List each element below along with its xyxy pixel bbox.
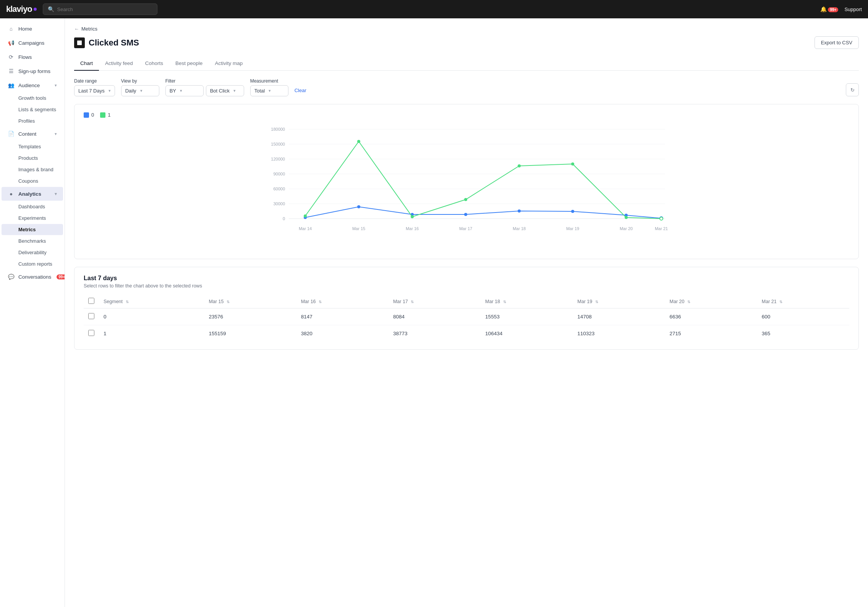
- clear-filters-link[interactable]: Clear: [295, 88, 306, 96]
- th-mar15[interactable]: Mar 15 ⇅: [204, 295, 296, 308]
- sidebar-item-deliverability[interactable]: Deliverability: [2, 247, 63, 258]
- sidebar-item-products[interactable]: Products: [2, 153, 63, 164]
- sidebar-item-home[interactable]: ⌂ Home: [2, 22, 63, 36]
- sidebar-item-conversations[interactable]: 💬 Conversations 99+: [2, 270, 63, 284]
- sidebar-item-signup-forms[interactable]: ☰ Sign-up forms: [2, 64, 63, 78]
- row1-mar20: 2715: [665, 325, 757, 342]
- row0-segment: 0: [99, 308, 204, 325]
- sidebar-item-templates[interactable]: Templates: [2, 141, 63, 152]
- chart-point: [357, 140, 360, 143]
- sidebar-label-profiles: Profiles: [18, 118, 35, 124]
- chart-container: 0 1 180000 150000 120000 90000 60000 300…: [74, 104, 859, 259]
- th-mar20[interactable]: Mar 20 ⇅: [665, 295, 757, 308]
- sidebar-label-conversations: Conversations: [18, 274, 51, 280]
- page-title-text: Clicked SMS: [89, 38, 139, 48]
- refresh-button[interactable]: ↻: [846, 83, 859, 96]
- filter-value-select[interactable]: Bot Click ▾: [206, 85, 244, 96]
- breadcrumb-link[interactable]: Metrics: [81, 26, 97, 32]
- sort-mar16-icon: ⇅: [319, 300, 322, 304]
- page-title-row: Clicked SMS Export to CSV: [74, 36, 859, 49]
- sidebar-item-growth-tools[interactable]: Growth tools: [2, 93, 63, 104]
- sort-mar20-icon: ⇅: [687, 300, 690, 304]
- row0-checkbox[interactable]: [88, 313, 94, 319]
- th-checkbox: [84, 295, 99, 308]
- row1-checkbox[interactable]: [88, 330, 94, 336]
- table-row: 0 23576 8147 8084 15553 14708 6636 600: [84, 308, 849, 325]
- breadcrumb[interactable]: ← Metrics: [74, 26, 859, 32]
- sort-mar18-icon: ⇅: [503, 300, 506, 304]
- search-box[interactable]: 🔍: [43, 3, 157, 15]
- view-by-label: View by: [121, 78, 159, 84]
- row1-segment: 1: [99, 325, 204, 342]
- sidebar-label-campaigns: Campaigns: [18, 40, 44, 46]
- sidebar-item-benchmarks[interactable]: Benchmarks: [2, 235, 63, 247]
- forms-icon: ☰: [8, 68, 15, 75]
- filter-by-value: BY: [170, 88, 176, 94]
- sort-segment-icon: ⇅: [126, 300, 129, 304]
- sidebar-item-images-brand[interactable]: Images & brand: [2, 164, 63, 175]
- row1-checkbox-cell: [84, 325, 99, 342]
- data-table: Segment ⇅ Mar 15 ⇅ Mar 16 ⇅ Mar 17: [84, 295, 849, 342]
- refresh-icon: ↻: [850, 87, 855, 93]
- chart-point: [625, 216, 628, 219]
- sidebar-label-audience: Audience: [18, 83, 40, 88]
- chart-svg: 180000 150000 120000 90000 60000 30000 0: [84, 124, 849, 250]
- logo: klaviyo: [6, 4, 37, 14]
- select-all-checkbox[interactable]: [88, 298, 94, 304]
- filter-value-chevron: ▾: [233, 88, 236, 93]
- sidebar-item-coupons[interactable]: Coupons: [2, 175, 63, 187]
- export-csv-button[interactable]: Export to CSV: [815, 36, 859, 49]
- svg-text:Mar 17: Mar 17: [459, 226, 472, 231]
- sidebar-item-dashboards[interactable]: Dashboards: [2, 201, 63, 212]
- chart-point: [411, 215, 414, 218]
- sidebar-item-flows[interactable]: ⟳ Flows: [2, 50, 63, 64]
- notification-bell[interactable]: 🔔 99+: [820, 6, 839, 12]
- th-mar16[interactable]: Mar 16 ⇅: [296, 295, 389, 308]
- measurement-select[interactable]: Total ▾: [250, 85, 288, 96]
- tab-cohorts[interactable]: Cohorts: [139, 57, 169, 71]
- support-link[interactable]: Support: [844, 6, 862, 12]
- date-range-label: Date range: [74, 78, 115, 84]
- view-by-select[interactable]: Daily ▾: [121, 85, 159, 96]
- svg-text:180000: 180000: [271, 127, 285, 131]
- svg-text:Mar 21: Mar 21: [655, 226, 668, 231]
- th-mar19[interactable]: Mar 19 ⇅: [573, 295, 665, 308]
- search-input[interactable]: [57, 6, 152, 12]
- chart-point: [518, 209, 521, 213]
- data-table-subtitle: Select rows to filter the chart above to…: [84, 283, 849, 289]
- sidebar-label-products: Products: [18, 155, 38, 161]
- row0-mar16: 8147: [296, 308, 389, 325]
- sidebar-item-custom-reports[interactable]: Custom reports: [2, 258, 63, 269]
- svg-text:90000: 90000: [273, 172, 285, 176]
- sidebar-label-flows: Flows: [18, 54, 32, 60]
- tab-activity-feed[interactable]: Activity feed: [99, 57, 139, 71]
- th-mar17[interactable]: Mar 17 ⇅: [389, 295, 481, 308]
- flows-icon: ⟳: [8, 54, 15, 60]
- chart-point: [518, 164, 521, 167]
- filters-row: Date range Last 7 Days ▾ View by Daily ▾…: [74, 78, 859, 96]
- sidebar-item-analytics[interactable]: ● Analytics ▾: [2, 187, 63, 201]
- sidebar-item-metrics[interactable]: Metrics: [2, 224, 63, 235]
- date-range-select[interactable]: Last 7 Days ▾: [74, 85, 115, 96]
- tab-activity-map[interactable]: Activity map: [209, 57, 249, 71]
- chart-svg-wrapper: 180000 150000 120000 90000 60000 30000 0: [84, 124, 849, 251]
- filter-by-select[interactable]: BY ▾: [165, 85, 204, 96]
- sidebar-item-content[interactable]: 📄 Content ▾: [2, 127, 63, 141]
- th-segment[interactable]: Segment ⇅: [99, 295, 204, 308]
- sidebar-item-audience[interactable]: 👥 Audience ▾: [2, 78, 63, 92]
- tab-chart[interactable]: Chart: [74, 57, 99, 71]
- sidebar-label-deliverability: Deliverability: [18, 250, 47, 255]
- tab-best-people[interactable]: Best people: [169, 57, 209, 71]
- sidebar-item-campaigns[interactable]: 📢 Campaigns: [2, 36, 63, 50]
- th-mar18[interactable]: Mar 18 ⇅: [481, 295, 573, 308]
- topnav: klaviyo 🔍 🔔 99+ Support: [0, 0, 868, 18]
- sidebar-item-lists-segments[interactable]: Lists & segments: [2, 104, 63, 115]
- sidebar-label-benchmarks: Benchmarks: [18, 238, 46, 244]
- legend-item-0: 0: [84, 112, 94, 118]
- filter-group: Filter BY ▾ Bot Click ▾: [165, 78, 244, 96]
- sidebar-item-profiles[interactable]: Profiles: [2, 115, 63, 127]
- th-mar21[interactable]: Mar 21 ⇅: [757, 295, 849, 308]
- svg-text:Mar 20: Mar 20: [620, 226, 633, 231]
- sidebar-item-experiments[interactable]: Experiments: [2, 213, 63, 224]
- svg-text:Mar 16: Mar 16: [406, 226, 419, 231]
